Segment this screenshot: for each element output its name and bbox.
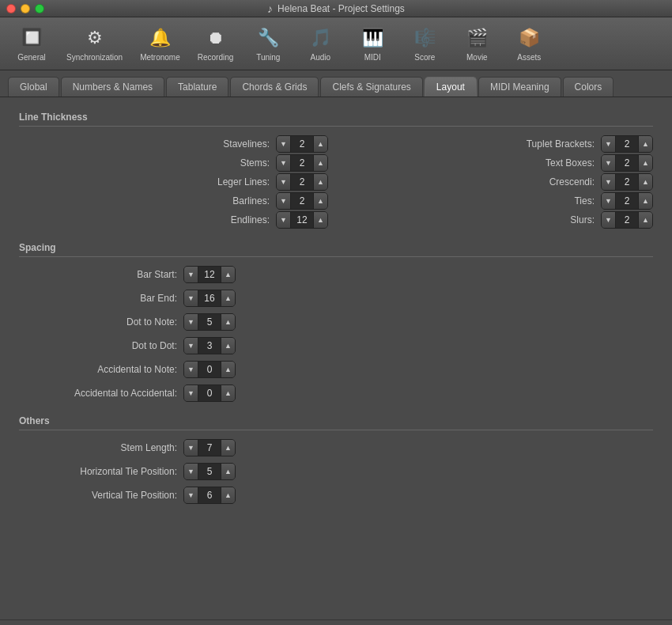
- text-boxes-down[interactable]: ▼: [602, 154, 616, 172]
- tuplet-brackets-stepper[interactable]: ▼ 2 ▲: [601, 135, 653, 153]
- line-thickness-right: Tuplet Brackets: ▼ 2 ▲ Text Boxes: ▼ 2 ▲: [344, 134, 653, 229]
- h-tie-stepper[interactable]: ▼ 5 ▲: [183, 463, 236, 480]
- crescendi-up[interactable]: ▲: [638, 173, 652, 191]
- text-boxes-up[interactable]: ▲: [638, 154, 652, 172]
- minimize-button[interactable]: [21, 4, 30, 13]
- stems-stepper[interactable]: ▼ 2 ▲: [276, 154, 328, 172]
- tab-chords-grids[interactable]: Chords & Grids: [230, 77, 319, 97]
- text-boxes-stepper[interactable]: ▼ 2 ▲: [601, 154, 653, 172]
- bar-end-down[interactable]: ▼: [184, 290, 198, 307]
- acc-to-acc-down[interactable]: ▼: [184, 384, 198, 402]
- h-tie-up[interactable]: ▲: [221, 463, 235, 480]
- crescendi-down[interactable]: ▼: [602, 173, 616, 191]
- stems-row: Stems: ▼ 2 ▲: [19, 153, 328, 172]
- toolbar-item-midi[interactable]: 🎹MIDI: [349, 22, 396, 65]
- tab-clefs-signatures[interactable]: Clefs & Signatures: [320, 77, 422, 97]
- v-tie-down[interactable]: ▼: [184, 487, 198, 504]
- slurs-stepper[interactable]: ▼ 2 ▲: [601, 211, 653, 229]
- synchronization-icon: ⚙: [82, 25, 108, 51]
- titlebar: ♪ Helena Beat - Project Settings: [0, 0, 672, 17]
- bar-start-up[interactable]: ▲: [221, 266, 235, 283]
- stavelines-up[interactable]: ▲: [313, 135, 327, 153]
- synchronization-label: Synchronization: [66, 53, 123, 62]
- acc-to-note-up[interactable]: ▲: [221, 361, 235, 378]
- slurs-down[interactable]: ▼: [602, 211, 616, 229]
- v-tie-row: Vertical Tie Position: ▼ 6 ▲: [19, 486, 653, 505]
- barlines-up[interactable]: ▲: [313, 192, 327, 210]
- stavelines-stepper[interactable]: ▼ 2 ▲: [276, 135, 328, 153]
- tab-numbers-names[interactable]: Numbers & Names: [61, 77, 164, 97]
- acc-to-acc-stepper[interactable]: ▼ 0 ▲: [183, 384, 236, 402]
- dot-to-dot-down[interactable]: ▼: [184, 337, 198, 354]
- endlines-row: Endlines: ▼ 12 ▲: [19, 210, 328, 229]
- h-tie-down[interactable]: ▼: [184, 463, 198, 480]
- tab-tablature[interactable]: Tablature: [166, 77, 228, 97]
- line-thickness-section: Line Thickness Stavelines: ▼ 2 ▲ Stems: …: [19, 112, 653, 229]
- ties-stepper[interactable]: ▼ 2 ▲: [601, 192, 653, 210]
- ties-up[interactable]: ▲: [638, 192, 652, 210]
- barlines-stepper[interactable]: ▼ 2 ▲: [276, 192, 328, 210]
- endlines-down[interactable]: ▼: [277, 211, 291, 229]
- ties-down[interactable]: ▼: [602, 192, 616, 210]
- stem-length-down[interactable]: ▼: [184, 439, 198, 456]
- bar-start-stepper[interactable]: ▼ 12 ▲: [183, 266, 236, 283]
- tab-layout[interactable]: Layout: [425, 77, 477, 97]
- slurs-up[interactable]: ▲: [638, 211, 652, 229]
- endlines-stepper[interactable]: ▼ 12 ▲: [276, 211, 328, 229]
- toolbar-item-movie[interactable]: 🎬Movie: [453, 22, 500, 65]
- dot-to-dot-up[interactable]: ▲: [221, 337, 235, 354]
- v-tie-up[interactable]: ▲: [221, 487, 235, 504]
- ties-label: Ties:: [344, 195, 595, 206]
- acc-to-acc-up[interactable]: ▲: [221, 384, 235, 402]
- h-tie-label: Horizontal Tie Position:: [19, 466, 177, 477]
- main-content: Line Thickness Stavelines: ▼ 2 ▲ Stems: …: [0, 97, 672, 619]
- leger-lines-up[interactable]: ▲: [313, 173, 327, 191]
- window-controls[interactable]: [6, 4, 44, 13]
- tuplet-brackets-up[interactable]: ▲: [638, 135, 652, 153]
- toolbar: 🔲General⚙Synchronization🔔Metronome⏺Recor…: [0, 17, 672, 70]
- assets-icon: 📦: [516, 25, 542, 51]
- tuplet-brackets-down[interactable]: ▼: [602, 135, 616, 153]
- assets-label: Assets: [517, 53, 541, 62]
- recording-icon: ⏺: [203, 25, 228, 51]
- tab-global[interactable]: Global: [8, 77, 59, 97]
- tab-colors[interactable]: Colors: [563, 77, 614, 97]
- barlines-label: Barlines:: [19, 195, 270, 206]
- stem-length-stepper[interactable]: ▼ 7 ▲: [183, 439, 236, 456]
- slurs-value: 2: [616, 211, 638, 229]
- stem-length-up[interactable]: ▲: [221, 439, 235, 456]
- stems-down[interactable]: ▼: [277, 154, 291, 172]
- toolbar-item-general[interactable]: 🔲General: [8, 22, 55, 65]
- bar-end-stepper[interactable]: ▼ 16 ▲: [183, 290, 236, 307]
- acc-to-note-down[interactable]: ▼: [184, 361, 198, 378]
- stavelines-down[interactable]: ▼: [277, 135, 291, 153]
- v-tie-stepper[interactable]: ▼ 6 ▲: [183, 487, 236, 504]
- dot-to-dot-stepper[interactable]: ▼ 3 ▲: [183, 337, 236, 354]
- tab-midi-meaning[interactable]: MIDI Meaning: [478, 77, 561, 97]
- toolbar-item-synchronization[interactable]: ⚙Synchronization: [60, 22, 129, 65]
- close-button[interactable]: [6, 4, 16, 13]
- stems-up[interactable]: ▲: [313, 154, 327, 172]
- dot-to-note-down[interactable]: ▼: [184, 313, 198, 331]
- dot-to-note-label: Dot to Note:: [19, 316, 177, 328]
- dot-to-note-stepper[interactable]: ▼ 5 ▲: [183, 313, 236, 331]
- endlines-up[interactable]: ▲: [313, 211, 327, 229]
- dot-to-note-up[interactable]: ▲: [221, 313, 235, 331]
- leger-lines-row: Leger Lines: ▼ 2 ▲: [19, 172, 328, 191]
- bar-start-down[interactable]: ▼: [184, 266, 198, 283]
- leger-lines-down[interactable]: ▼: [277, 173, 291, 191]
- tuning-label: Tuning: [256, 53, 280, 62]
- toolbar-item-score[interactable]: 🎼Score: [401, 22, 448, 65]
- toolbar-item-assets[interactable]: 📦Assets: [505, 22, 553, 65]
- crescendi-stepper[interactable]: ▼ 2 ▲: [601, 173, 653, 191]
- toolbar-item-tuning[interactable]: 🔧Tuning: [244, 22, 292, 65]
- toolbar-item-recording[interactable]: ⏺Recording: [191, 22, 240, 65]
- toolbar-item-audio[interactable]: 🎵Audio: [296, 22, 344, 65]
- bar-end-up[interactable]: ▲: [221, 290, 235, 307]
- barlines-down[interactable]: ▼: [277, 192, 291, 210]
- acc-to-note-stepper[interactable]: ▼ 0 ▲: [183, 361, 236, 378]
- barlines-value: 2: [291, 192, 313, 210]
- toolbar-item-metronome[interactable]: 🔔Metronome: [134, 22, 187, 65]
- leger-lines-stepper[interactable]: ▼ 2 ▲: [276, 173, 328, 191]
- maximize-button[interactable]: [35, 4, 44, 13]
